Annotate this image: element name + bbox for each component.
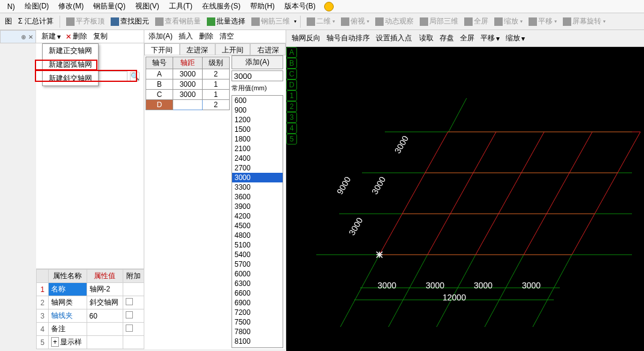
common-value-item[interactable]: 1800 <box>232 134 283 144</box>
tb-axis-autonum[interactable]: 轴号自动排序 <box>324 33 372 44</box>
face-icon <box>324 2 334 11</box>
common-value-item[interactable]: 1200 <box>232 115 283 125</box>
dropdown-icon[interactable]: ▾ <box>294 19 296 24</box>
common-value-item[interactable]: 5700 <box>232 259 283 269</box>
common-value-item[interactable]: 1500 <box>232 125 283 134</box>
new-oblique-grid[interactable]: 新建斜交轴网 <box>43 72 98 85</box>
tb-fullscreen2[interactable]: 全屏 <box>457 33 476 44</box>
close-icon[interactable]: ✕ <box>28 34 33 40</box>
common-value-item[interactable]: 5400 <box>232 250 283 259</box>
common-value-item[interactable]: 8400 <box>232 346 283 348</box>
zoom-icon <box>494 17 503 26</box>
tb-view-rebar[interactable]: 查看钢筋量 <box>153 15 203 28</box>
common-value-item[interactable]: 600 <box>232 96 283 105</box>
tb-read[interactable]: 读取 <box>416 33 435 44</box>
menu-draw[interactable]: 绘图(D) <box>20 1 54 11</box>
prop-row-5[interactable]: 5 +显示样 <box>37 336 144 349</box>
common-value-item[interactable]: 2100 <box>232 144 283 154</box>
tb-set-insertpt[interactable]: 设置插入点 <box>373 33 414 44</box>
drawing-canvas[interactable]: A B C D 1 2 3 4 5 3000 3000 3000 9000 30… <box>286 47 644 351</box>
tab-upper-span[interactable]: 上开间 <box>215 43 251 55</box>
common-value-item[interactable]: 2400 <box>232 154 283 163</box>
new-arc-grid[interactable]: 新建圆弧轴网 <box>43 58 98 72</box>
common-value-item[interactable]: 7500 <box>232 317 283 327</box>
tb-rebar3d[interactable]: 钢筋三维 <box>249 15 292 28</box>
common-value-item[interactable]: 3000 <box>232 173 283 182</box>
tb-zoom2[interactable]: 缩放▾ <box>503 33 527 44</box>
menu-rebar[interactable]: 钢筋量(Q) <box>88 1 130 11</box>
common-values-list[interactable]: 6009001200150018002100240027003000330036… <box>232 95 283 348</box>
axis-delete[interactable]: 删除 <box>196 31 215 42</box>
axis-row-d[interactable]: D2 <box>146 100 230 110</box>
menu-online[interactable]: 在线服务(S) <box>197 1 245 11</box>
tb-batch-select[interactable]: 批量选择 <box>204 15 248 28</box>
search-icon[interactable]: 🔍 <box>130 72 140 81</box>
common-value-item[interactable]: 6000 <box>232 269 283 279</box>
common-value-item[interactable]: 8100 <box>232 337 283 346</box>
menu-modify[interactable]: 修改(M) <box>54 1 88 11</box>
common-value-item[interactable]: 6600 <box>232 288 283 298</box>
common-value-item[interactable]: 4200 <box>232 211 283 221</box>
checkbox[interactable] <box>126 298 133 305</box>
prop-row-2[interactable]: 2 轴网类 斜交轴网 <box>37 296 144 309</box>
tb-2d[interactable]: 二维▾ <box>304 15 337 28</box>
common-value-item[interactable]: 3300 <box>232 182 283 192</box>
copy-button[interactable]: 复制 <box>90 31 109 42</box>
menu-help[interactable]: 帮助(H) <box>245 1 280 11</box>
tab-lower-span[interactable]: 下开间 <box>144 43 180 55</box>
add-value-button[interactable]: 添加(A) <box>232 55 283 69</box>
prop-row-1[interactable]: 1 名称 轴网-2 <box>37 283 144 296</box>
tb-pan1[interactable]: 平移▾ <box>526 15 559 28</box>
tb-tu[interactable]: 图 <box>2 15 14 28</box>
menu-tools[interactable]: 工具(T) <box>164 1 197 11</box>
delete-button[interactable]: ✕删除 <box>64 31 89 42</box>
axis-add[interactable]: 添加(A) <box>146 31 174 42</box>
tb-axis-reverse[interactable]: 轴网反向 <box>289 33 322 44</box>
menu-n[interactable]: N) <box>2 2 20 11</box>
tb-flush-top[interactable]: 平齐板顶 <box>64 15 107 28</box>
tb-pan2[interactable]: 平移▾ <box>477 33 501 44</box>
tb-save[interactable]: 存盘 <box>437 33 456 44</box>
new-button[interactable]: 新建▾ <box>38 31 63 42</box>
search-input[interactable] <box>96 71 127 82</box>
common-value-item[interactable]: 7800 <box>232 327 283 337</box>
pin-icon[interactable]: ⊕ <box>21 34 26 40</box>
checkbox[interactable] <box>126 325 133 332</box>
checkbox[interactable] <box>126 311 133 318</box>
prop-row-3[interactable]: 3 轴线夹 60 <box>37 309 144 323</box>
common-value-item[interactable]: 3600 <box>232 192 283 202</box>
axis-row-a[interactable]: A30002 <box>146 69 230 79</box>
new-dropdown: 新建正交轴网 新建圆弧轴网 新建斜交轴网 <box>42 43 99 86</box>
common-value-item[interactable]: 3900 <box>232 202 283 211</box>
common-value-item[interactable]: 6300 <box>232 279 283 288</box>
axis-row-b[interactable]: B30001 <box>146 79 230 90</box>
tb-local3d[interactable]: 局部三维 <box>417 15 461 28</box>
tab-left-depth[interactable]: 左进深 <box>180 43 215 55</box>
axis-insert[interactable]: 插入 <box>176 31 195 42</box>
axis-row-c[interactable]: C30001 <box>146 90 230 100</box>
axis-clear[interactable]: 清空 <box>216 31 236 42</box>
tb-top[interactable]: 俯视▾ <box>339 15 372 28</box>
new-ortho-grid[interactable]: 新建正交轴网 <box>43 44 98 58</box>
menu-view[interactable]: 视图(V) <box>130 1 164 11</box>
common-value-item[interactable]: 6900 <box>232 298 283 308</box>
svg-line-6 <box>437 255 476 327</box>
tb-find[interactable]: 查找图元 <box>108 15 152 28</box>
tb-zoom1[interactable]: 缩放▾ <box>492 15 525 28</box>
prop-row-4[interactable]: 4 备注 <box>37 323 144 336</box>
common-value-item[interactable]: 2700 <box>232 163 283 173</box>
common-value-item[interactable]: 4800 <box>232 231 283 240</box>
common-value-item[interactable]: 7200 <box>232 308 283 317</box>
common-value-item[interactable]: 4500 <box>232 221 283 231</box>
tb-fullscreen1[interactable]: 全屏 <box>462 15 491 28</box>
prop-col-value: 属性值 <box>87 270 123 283</box>
tab-right-depth[interactable]: 右进深 <box>250 43 286 55</box>
tb-rotate[interactable]: 屏幕旋转▾ <box>560 15 608 28</box>
menu-version[interactable]: 版本号(B) <box>280 1 320 11</box>
tb-sum[interactable]: Σ 汇总计算 <box>16 15 56 28</box>
common-value-item[interactable]: 5100 <box>232 240 283 250</box>
tb-dynview[interactable]: 动态观察 <box>373 15 416 28</box>
l3d-icon <box>420 17 428 26</box>
common-value-item[interactable]: 900 <box>232 105 283 115</box>
add-value-input[interactable] <box>232 70 283 81</box>
